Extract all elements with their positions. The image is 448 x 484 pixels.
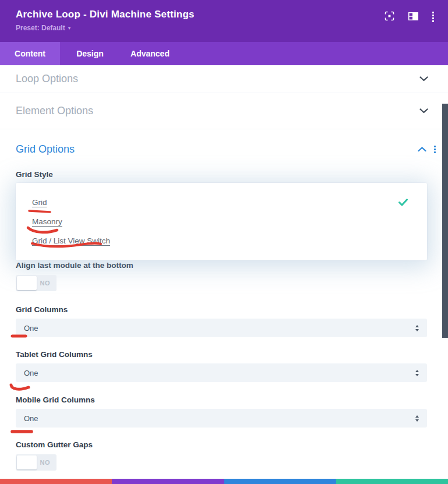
- settings-tabbar: Content Design Advanced: [0, 42, 448, 65]
- divi-machine-settings-modal: Archive Loop - Divi Machine Settings Pre…: [0, 0, 448, 484]
- toggle-knob: [17, 455, 37, 469]
- loop-options-title: Loop Options: [16, 73, 78, 85]
- preset-label: Preset: Default: [16, 24, 65, 32]
- scrollbar-thumb[interactable]: [442, 104, 448, 338]
- chevron-down-icon: [419, 76, 428, 82]
- layout-columns-button[interactable]: [408, 12, 418, 22]
- option-masonry-label: Masonry: [32, 217, 62, 226]
- kebab-menu-icon: [432, 12, 434, 22]
- grid-columns-label: Grid Columns: [16, 306, 427, 314]
- preset-selector[interactable]: Preset: Default ▾: [16, 24, 195, 32]
- footer-color-strip: [0, 479, 448, 484]
- tablet-grid-columns-label: Tablet Grid Columns: [16, 351, 427, 359]
- mobile-grid-columns-label: Mobile Grid Columns: [16, 396, 427, 404]
- option-masonry[interactable]: Masonry: [16, 212, 427, 231]
- align-last-module-label: Align last module at the bottom: [16, 262, 427, 270]
- focus-mode-button[interactable]: [384, 11, 394, 23]
- option-grid-list-view-switch[interactable]: Grid / List View Switch: [16, 231, 427, 250]
- footer-strip-blue: [224, 479, 336, 484]
- align-last-module-toggle[interactable]: NO: [16, 275, 57, 291]
- modal-title: Archive Loop - Divi Machine Settings: [16, 8, 195, 21]
- custom-gutter-gaps-toggle[interactable]: NO: [16, 454, 57, 471]
- grid-style-label: Grid Style: [16, 171, 427, 179]
- grid-options-title: Grid Options: [16, 143, 75, 156]
- mobile-grid-columns-select[interactable]: One: [16, 409, 427, 428]
- grid-columns-value: One: [24, 324, 38, 333]
- tablet-grid-columns-select[interactable]: One: [16, 363, 427, 382]
- header-menu-button[interactable]: [432, 12, 434, 22]
- header-left: Archive Loop - Divi Machine Settings Pre…: [16, 8, 195, 32]
- select-arrows-icon: [415, 370, 419, 376]
- grid-options-header: Grid Options: [16, 143, 427, 156]
- tab-advanced[interactable]: Advanced: [120, 42, 180, 65]
- footer-strip-teal: [336, 479, 448, 484]
- select-arrows-icon: [415, 415, 419, 422]
- section-menu-button[interactable]: [433, 144, 437, 154]
- option-grid[interactable]: Grid: [16, 193, 427, 212]
- section-element-options[interactable]: Element Options: [0, 93, 448, 129]
- caret-down-icon: ▾: [68, 26, 71, 31]
- footer-strip-red: [0, 479, 112, 484]
- selected-check-icon: [398, 199, 408, 206]
- tab-design[interactable]: Design: [60, 42, 120, 65]
- toggle-knob: [17, 276, 37, 290]
- section-grid-options: Grid Options Grid Style Grid Mas: [0, 129, 448, 471]
- settings-body: Loop Options Element Options Grid Option…: [0, 65, 448, 471]
- layout-columns-icon: [408, 12, 418, 22]
- custom-gutter-gaps-label: Custom Gutter Gaps: [16, 441, 427, 449]
- chevron-down-icon: [419, 108, 428, 114]
- grid-columns-select[interactable]: One: [16, 319, 427, 337]
- option-grid-list-view-switch-label: Grid / List View Switch: [32, 236, 110, 245]
- toggle-state-label: NO: [40, 280, 51, 287]
- grid-style-dropdown: Grid Masonry Grid / List View Switch: [16, 183, 427, 260]
- footer-strip-purple: [112, 479, 224, 484]
- collapse-section-button[interactable]: [418, 147, 426, 152]
- element-options-title: Element Options: [16, 105, 93, 117]
- mobile-grid-columns-value: One: [24, 414, 38, 423]
- option-grid-label: Grid: [32, 198, 47, 207]
- toggle-state-label: NO: [40, 459, 51, 466]
- select-arrows-icon: [415, 325, 419, 331]
- focus-icon: [384, 11, 394, 23]
- tab-content[interactable]: Content: [0, 42, 60, 65]
- header-icons: [384, 11, 434, 23]
- section-loop-options[interactable]: Loop Options: [0, 65, 448, 93]
- tablet-grid-columns-value: One: [24, 369, 38, 377]
- modal-header: Archive Loop - Divi Machine Settings Pre…: [0, 0, 448, 42]
